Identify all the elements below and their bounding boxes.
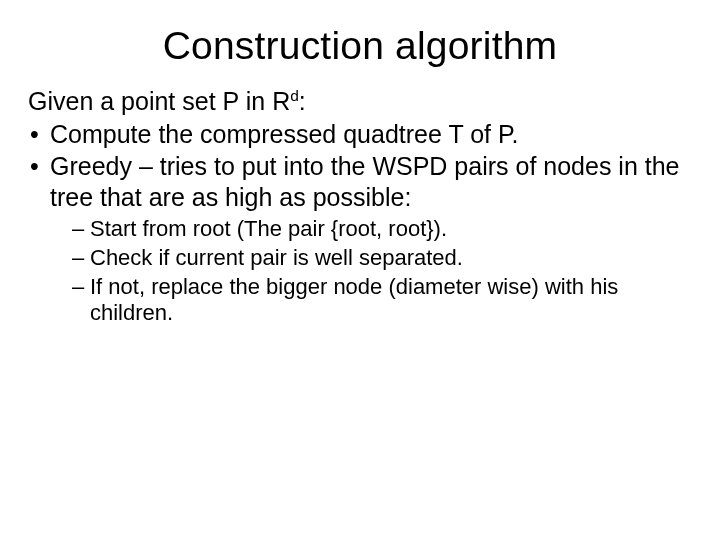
sub-bullet-item: Start from root (The pair {root, root}). [72,216,692,243]
intro-text-post: : [299,87,306,115]
sub-bullet-text: Check if current pair is well separated. [90,245,463,270]
sub-bullet-text: If not, replace the bigger node (diamete… [90,274,618,326]
sub-bullet-list: Start from root (The pair {root, root}).… [72,216,692,327]
slide-body: Given a point set P in Rd: Compute the c… [28,86,692,327]
sub-bullet-text: Start from root (The pair {root, root}). [90,216,447,241]
sub-bullet-item: If not, replace the bigger node (diamete… [72,274,692,328]
bullet-text: Greedy – tries to put into the WSPD pair… [50,152,680,211]
intro-line: Given a point set P in Rd: [28,86,692,117]
bullet-item: Compute the compressed quadtree T of P. [28,119,692,150]
sub-bullet-item: Check if current pair is well separated. [72,245,692,272]
bullet-list: Compute the compressed quadtree T of P. … [28,119,692,328]
bullet-item: Greedy – tries to put into the WSPD pair… [28,151,692,327]
slide: Construction algorithm Given a point set… [0,0,720,540]
slide-title: Construction algorithm [28,24,692,68]
intro-text-pre: Given a point set P in R [28,87,290,115]
bullet-text: Compute the compressed quadtree T of P. [50,120,518,148]
intro-superscript: d [290,87,299,104]
